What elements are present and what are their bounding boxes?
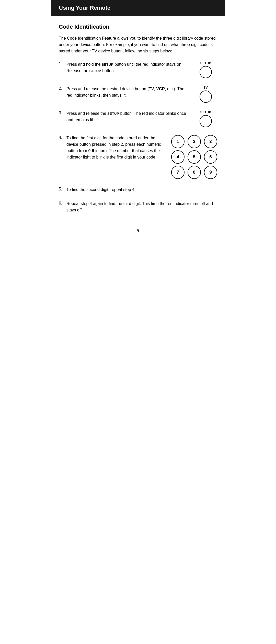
header-bar: Using Your Remote (51, 0, 225, 16)
num-btn-8: 8 (188, 166, 201, 179)
step-5: 5. To find the second digit, repeat step… (59, 187, 217, 193)
steps-list: 1. Press and hold the SETUP button until… (59, 61, 217, 213)
step-1-content: Press and hold the SETUP button until th… (66, 61, 189, 74)
section-title: Code Identification (59, 24, 217, 30)
intro-text: The Code Identification Feature allows y… (59, 35, 217, 54)
step-2-content: Press and release the desired device but… (66, 86, 189, 99)
page-wrapper: Using Your Remote Code Identification Th… (51, 0, 225, 430)
step-2-number: 2. (59, 86, 66, 91)
step-5-number: 5. (59, 187, 66, 191)
step-5-content: To find the second digit, repeat step 4. (66, 187, 217, 193)
step-6-content: Repeat step 4 again to find the third di… (66, 201, 217, 213)
num-btn-3: 3 (204, 135, 217, 148)
step-3-icon-label: SETUP (200, 110, 211, 114)
content-area: Code Identification The Code Identificat… (51, 24, 225, 233)
numpad-row-3: 7 8 9 (171, 166, 217, 179)
step-3-circle (200, 115, 212, 127)
step-2: 2. Press and release the desired device … (59, 86, 217, 103)
step-3-setup-bold: SETUP (107, 112, 119, 116)
step-6-number: 6. (59, 201, 66, 206)
step-4-content: To find the first digit for the code sto… (66, 135, 166, 160)
num-btn-9: 9 (204, 166, 217, 179)
step-2-tv-bold: TV (149, 87, 154, 91)
num-btn-7: 7 (171, 166, 185, 179)
step-1-icon: SETUP (194, 61, 217, 78)
step-2-icon: TV (194, 86, 217, 103)
step-1-setup-bold2: SETUP (89, 69, 101, 73)
step-4: 4. To find the first digit for the code … (59, 135, 217, 179)
step-2-circle (200, 91, 212, 103)
step-2-icon-label: TV (204, 86, 208, 89)
page-number: 9 (59, 229, 217, 233)
step-2-vcr-bold: VCR (156, 87, 165, 91)
numpad-row-1: 1 2 3 (171, 135, 217, 148)
step-1-icon-label: SETUP (200, 61, 211, 65)
step-1: 1. Press and hold the SETUP button until… (59, 61, 217, 78)
step-1-setup-bold: SETUP (102, 63, 113, 66)
step-1-circle (200, 66, 212, 78)
step-3-number: 3. (59, 110, 66, 115)
num-btn-2: 2 (188, 135, 201, 148)
page-title: Using Your Remote (59, 5, 217, 11)
step-4-layout: To find the first digit for the code sto… (66, 135, 217, 179)
numpad-row-2: 4 5 6 (171, 150, 217, 164)
step-3-content: Press and release the SETUP button. The … (66, 110, 189, 123)
num-btn-6: 6 (204, 150, 217, 164)
step-1-number: 1. (59, 61, 66, 66)
step-4-number: 4. (59, 135, 66, 140)
numpad-area: 1 2 3 4 5 6 7 8 9 (171, 135, 217, 179)
step-3-icon: SETUP (194, 110, 217, 127)
step-3: 3. Press and release the SETUP button. T… (59, 110, 217, 127)
num-btn-5: 5 (188, 150, 201, 164)
num-btn-1: 1 (171, 135, 185, 148)
num-btn-4: 4 (171, 150, 185, 164)
step-4-range-bold: 0-9 (88, 149, 94, 153)
step-6: 6. Repeat step 4 again to find the third… (59, 201, 217, 213)
